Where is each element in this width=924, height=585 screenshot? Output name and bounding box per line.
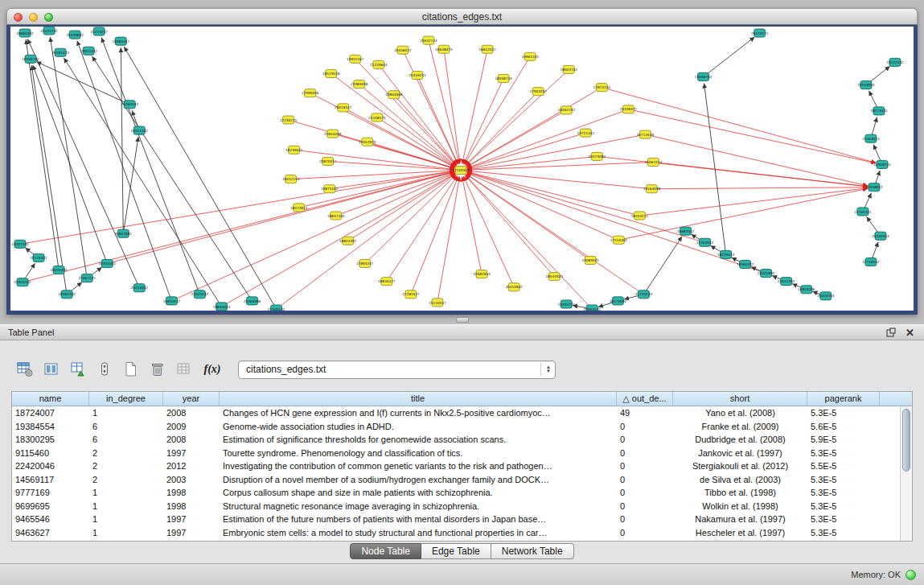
table-row[interactable]: 1872400712008Changes of HCN gene express… bbox=[12, 406, 912, 420]
graph-node[interactable]: 21224257 bbox=[90, 27, 108, 35]
graph-node[interactable]: 16683012 bbox=[677, 227, 695, 235]
graph-node[interactable]: 19439602 bbox=[66, 31, 84, 39]
table-row[interactable]: 977716911998Corpus callosum shape and si… bbox=[12, 486, 912, 500]
graph-node[interactable]: 20431232 bbox=[40, 27, 58, 35]
graph-node[interactable]: 21025132 bbox=[191, 290, 209, 299]
graph-node[interactable]: 18262732 bbox=[558, 106, 576, 114]
column-header-short[interactable]: short bbox=[673, 392, 807, 406]
graph-node[interactable]: 21463013 bbox=[862, 134, 880, 142]
table-row[interactable]: 1830029562008Estimation of significance … bbox=[12, 433, 912, 447]
graph-node[interactable]: 19242102 bbox=[886, 58, 904, 66]
graph-node[interactable]: 18204301 bbox=[50, 266, 68, 274]
delete-column-icon[interactable] bbox=[147, 359, 168, 380]
graph-node[interactable]: 19107331 bbox=[11, 240, 29, 248]
graph-node[interactable]: 15134557 bbox=[429, 299, 446, 307]
row-height-icon[interactable] bbox=[94, 359, 115, 380]
graph-node[interactable]: 21067412 bbox=[645, 158, 663, 166]
graph-node[interactable]: 19012153 bbox=[282, 175, 300, 183]
import-table-icon[interactable] bbox=[68, 359, 88, 380]
graph-node[interactable]: 20181424 bbox=[51, 48, 69, 56]
graph-node[interactable]: 20124571 bbox=[751, 29, 769, 37]
new-column-icon[interactable] bbox=[121, 359, 142, 380]
graph-node[interactable]: 17999356 bbox=[302, 89, 319, 97]
graph-node[interactable]: 18273441 bbox=[870, 107, 888, 115]
table-row[interactable]: 1938455462009Genome-wide association stu… bbox=[12, 420, 912, 434]
splitter-handle[interactable] bbox=[456, 317, 469, 323]
column-header-year[interactable]: year bbox=[163, 392, 220, 406]
graph-node[interactable]: 20573084 bbox=[589, 152, 606, 160]
scrollbar-thumb[interactable] bbox=[902, 409, 910, 472]
graph-node[interactable]: 19482853 bbox=[473, 270, 491, 278]
graph-node[interactable]: 19456072 bbox=[394, 46, 412, 54]
graph-node[interactable]: 16648374 bbox=[435, 45, 453, 53]
close-window-button[interactable] bbox=[14, 13, 23, 22]
graph-node[interactable]: 21067155 bbox=[78, 274, 96, 282]
graph-node[interactable]: 20404998 bbox=[244, 297, 261, 305]
table-row[interactable]: 969969511998Structural magnetic resonanc… bbox=[12, 500, 912, 513]
graph-node[interactable]: 18551202 bbox=[131, 126, 149, 134]
table-row[interactable]: 2242004622012Investigating the contribut… bbox=[12, 459, 912, 473]
zoom-window-button[interactable] bbox=[44, 13, 53, 22]
graph-node[interactable]: 18519528 bbox=[322, 69, 340, 77]
graph-node[interactable]: 20770321 bbox=[30, 253, 47, 262]
table-selector-combo[interactable]: citations_edges.txt ▲ ▼ bbox=[238, 360, 556, 379]
graph-node[interactable]: 19915342 bbox=[80, 47, 97, 55]
graph-node[interactable]: 20214052 bbox=[131, 284, 149, 292]
graph-node[interactable]: 19715442 bbox=[577, 129, 595, 137]
graph-node[interactable]: 18384457 bbox=[113, 37, 130, 45]
graph-node[interactable]: 18204211 bbox=[631, 212, 649, 220]
minimize-window-button[interactable] bbox=[29, 13, 38, 22]
column-header-in_degree[interactable]: in_degree bbox=[89, 392, 163, 406]
graph-node[interactable]: 19164098 bbox=[643, 185, 661, 193]
graph-node[interactable]: 20713448 bbox=[637, 130, 655, 138]
graph-node[interactable]: 18914206 bbox=[798, 286, 815, 294]
graph-node[interactable]: 20943512 bbox=[584, 305, 602, 311]
graph-node[interactable]: 21030353 bbox=[872, 232, 889, 240]
graph-node[interactable]: 17894247 bbox=[356, 259, 374, 267]
network-canvas[interactable]: 1513455717285527188344771789424718824307… bbox=[10, 27, 914, 311]
float-panel-icon[interactable] bbox=[886, 328, 896, 337]
graph-node[interactable]: 17285527 bbox=[402, 290, 420, 299]
table-row[interactable]: 911546021997Tourette syndrome. Phenomeno… bbox=[12, 447, 912, 460]
graph-node[interactable]: 19915167 bbox=[347, 55, 364, 63]
graph-node[interactable]: 18544923 bbox=[545, 273, 563, 281]
function-builder-icon[interactable]: f(x) bbox=[200, 359, 224, 380]
table-row[interactable]: 1456911722003Disruption of a novel membe… bbox=[12, 473, 912, 487]
graph-node[interactable]: 18573094 bbox=[610, 297, 627, 305]
close-panel-icon[interactable]: ✕ bbox=[906, 328, 914, 338]
tab-node-table[interactable]: Node Table bbox=[350, 543, 421, 559]
graph-node[interactable]: 20870317 bbox=[319, 157, 337, 165]
graph-node[interactable]: 17716552 bbox=[862, 257, 880, 266]
graph-node[interactable]: 20104553 bbox=[817, 292, 835, 300]
graph-node[interactable]: 15958745 bbox=[873, 160, 891, 168]
graph-node[interactable]: 17765301 bbox=[854, 208, 872, 216]
graph-node[interactable]: 18834477 bbox=[378, 278, 396, 286]
window-titlebar[interactable]: citations_edges.txt bbox=[6, 8, 918, 25]
graph-node[interactable]: 17903297 bbox=[529, 88, 547, 96]
graph-node[interactable]: 19648794 bbox=[695, 72, 713, 80]
graph-node[interactable]: 18612017 bbox=[478, 45, 496, 53]
graph-node[interactable]: 19875102 bbox=[321, 185, 339, 193]
graph-node[interactable]: 19553904 bbox=[857, 81, 875, 89]
graph-node[interactable]: 19328377 bbox=[620, 105, 638, 113]
graph-node[interactable]: 15958812 bbox=[865, 183, 883, 192]
graph-node[interactable]: 20442744 bbox=[420, 36, 437, 44]
table-mode-icon[interactable] bbox=[14, 359, 35, 380]
graph-node[interactable]: 17873154 bbox=[593, 84, 611, 92]
vertical-scrollbar[interactable] bbox=[900, 406, 912, 541]
graph-node[interactable]: 21733120 bbox=[635, 290, 653, 299]
graph-node[interactable]: 18837100 bbox=[327, 212, 345, 220]
graph-node[interactable]: 21844192 bbox=[14, 278, 31, 286]
graph-node[interactable]: 22084058 bbox=[351, 80, 368, 89]
graph-node[interactable]: 18903742 bbox=[561, 65, 578, 73]
graph-node[interactable]: 21500142 bbox=[268, 305, 285, 311]
column-header-out_degree[interactable]: △ out_de... bbox=[617, 392, 673, 406]
column-header-name[interactable]: name bbox=[12, 392, 89, 406]
graph-node[interactable]: 17403912 bbox=[696, 238, 714, 246]
graph-node[interactable]: 19301022 bbox=[99, 259, 117, 267]
table-row[interactable]: 946554611997Estimation of the future num… bbox=[12, 513, 912, 526]
graph-node[interactable]: 18830024 bbox=[213, 303, 231, 311]
column-header-pagerank[interactable]: pagerank bbox=[807, 392, 880, 406]
graph-node[interactable]: 20453842 bbox=[505, 283, 523, 291]
graph-node[interactable]: 20823061 bbox=[115, 229, 133, 237]
